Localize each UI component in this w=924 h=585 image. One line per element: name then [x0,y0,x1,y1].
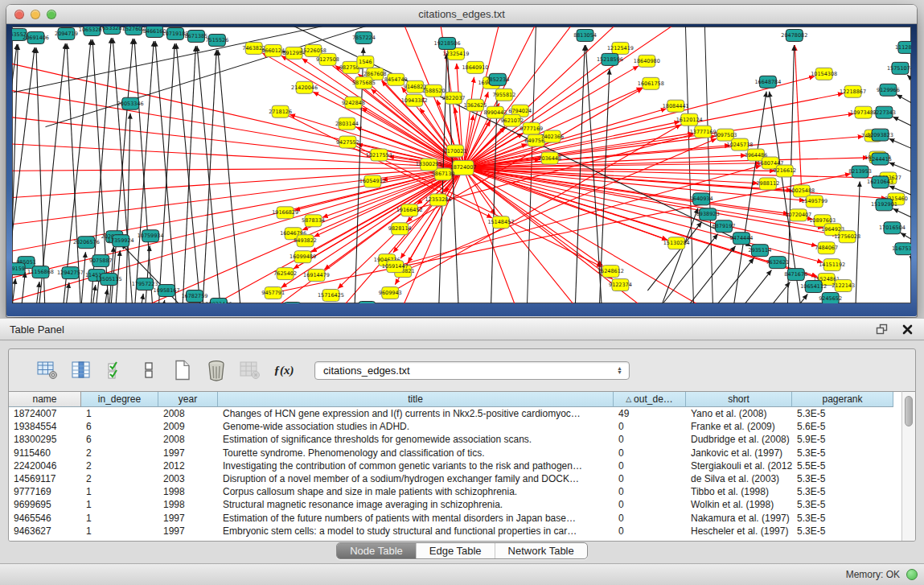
graph-node-unselected[interactable]: 1527602 [122,27,146,35]
graph-node-unselected[interactable]: 12942757 [57,267,84,279]
function-builder-button[interactable]: ƒ(x) [273,359,295,381]
table-row[interactable]: 1456911722003Disruption of a novel membe… [9,472,901,485]
tab-edge-table[interactable]: Edge Table [417,543,495,558]
select-all-button[interactable] [104,359,126,381]
graph-node-selected[interactable]: 9457791 [261,287,285,299]
graph-node-selected[interactable]: 5875685 [352,76,376,89]
column-header-in_degree[interactable]: in_degree [81,392,158,407]
graph-node-selected[interactable]: 10720407 [785,209,811,221]
graph-node-unselected[interactable]: 9227343 [873,106,896,118]
graph-node-unselected[interactable]: 1640934 [690,193,713,205]
close-panel-icon[interactable] [898,322,916,336]
graph-node-selected[interactable]: 2122143 [832,280,855,292]
network-canvas[interactable]: 1872400774638229660124891295415226058912… [12,27,911,303]
graph-node-unselected[interactable]: 16533287 [99,27,125,34]
graph-node-selected[interactable]: 5493822 [294,235,317,247]
column-header-title[interactable]: title [218,392,614,407]
new-table-button[interactable] [171,359,194,381]
graph-node-unselected[interactable]: 1167533 [892,243,911,255]
graph-node-unselected[interactable]: 8813054 [573,29,597,41]
graph-node-selected[interactable]: 7955812 [492,89,515,101]
graph-node-unselected[interactable]: 7857224 [352,31,376,43]
graph-node-unselected[interactable]: 15751074 [887,62,911,74]
graph-node-selected[interactable]: 9122374 [609,279,632,291]
column-header-out_degree[interactable]: △out_de… [614,392,686,407]
graph-node-unselected[interactable]: 8471676 [784,269,807,281]
graph-node-selected[interactable]: 16054932 [359,175,386,187]
column-header-short[interactable]: short [686,392,792,407]
table-row[interactable]: 969969511998Structural magnetic resonanc… [9,498,901,511]
graph-node-selected[interactable]: 2988112 [756,178,779,190]
column-header-pagerank[interactable]: pagerank [792,392,893,407]
graph-node-unselected[interactable]: 7632621 [766,257,789,269]
graph-node-selected[interactable]: 18640910 [462,61,488,73]
graph-node-unselected[interactable]: 6879197 [713,220,736,233]
graph-node-unselected[interactable]: 9075887 [89,255,113,267]
table-row[interactable]: 911546021997Tourette syndrome. Phenomeno… [9,447,901,459]
graph-node-selected[interactable]: 15130284 [663,237,690,249]
graph-node-selected[interactable]: 9777169 [519,122,543,134]
graph-node-unselected[interactable]: 9245652 [819,293,842,303]
network-canvas-svg[interactable]: 1872400774638229660124891295415226058912… [12,27,911,303]
table-source-select[interactable]: citations_edges.txt ▲▼ [314,361,630,380]
graph-node-selected[interactable]: 10154308 [811,68,837,80]
graph-node-selected[interactable]: 2803144 [335,117,359,130]
graph-node-unselected[interactable]: 17016504 [879,222,906,234]
graph-node-selected[interactable]: 9660124 [261,44,285,56]
graph-node-selected[interactable]: 9146821 [404,80,427,93]
graph-node-unselected[interactable]: 20053346 [117,97,144,109]
table-row[interactable]: 977716911998Corpus callosum shape and si… [9,485,901,498]
graph-node-selected[interactable]: 9127508 [316,53,339,65]
table-row[interactable]: 2242004622012Investigating the contribut… [9,459,901,472]
float-panel-icon[interactable] [873,322,890,336]
graph-node-unselected[interactable]: 9129966 [877,84,900,96]
graph-node-selected[interactable]: 2718126 [269,105,292,117]
column-settings-button[interactable] [36,359,59,381]
graph-node-selected[interactable]: 12218867 [840,85,866,97]
graph-node-unselected[interactable]: 1112843 [895,41,911,53]
table-row[interactable]: 1938455462009Genome-wide association stu… [9,420,901,433]
graph-node-unselected[interactable]: 7515526 [205,34,228,46]
graph-node-unselected[interactable]: 8938923 [696,208,720,220]
column-header-year[interactable]: year [158,392,218,407]
tab-network-table[interactable]: Network Table [495,543,587,558]
show-column-button[interactable] [70,359,92,381]
column-header-name[interactable]: name [9,392,81,407]
graph-node-selected[interactable]: 8170023 [444,145,467,157]
graph-node-selected[interactable]: 16914479 [303,270,330,282]
delete-trash-button[interactable] [205,359,228,381]
window-titlebar[interactable]: citations_edges.txt [6,5,917,24]
graph-node-selected[interactable]: 9828114 [388,223,412,235]
graph-node-selected[interactable]: 12125419 [607,42,634,54]
graph-node-selected[interactable]: 15716425 [318,290,344,302]
graph-node-selected[interactable]: 14151192 [819,259,845,271]
table-row[interactable]: 946554611997Estimation of the future num… [9,512,901,525]
graph-node-unselected[interactable]: 2094719 [55,27,78,39]
graph-node-selected[interactable]: 5878334 [302,215,325,227]
graph-node-selected[interactable]: 9427552 [336,136,359,148]
graph-node-unselected[interactable]: 7852234 [486,73,509,85]
graph-node-selected[interactable]: 9242848 [342,97,365,109]
graph-node-selected[interactable]: 7484067 [815,242,838,254]
graph-node-unselected[interactable]: 10759934 [138,230,164,242]
graph-node-unselected[interactable]: 39159 [12,263,25,275]
graph-node-selected[interactable]: 2036448 [538,152,561,164]
graph-node-unselected[interactable]: 20478082 [781,29,807,41]
graph-node-unselected[interactable]: 12023948 [279,303,306,303]
graph-node-unselected[interactable]: 12923446 [205,299,232,303]
graph-node-unselected[interactable]: 2935114 [749,245,772,257]
graph-node-selected[interactable]: 18640980 [634,55,660,67]
scrollbar-thumb[interactable] [905,396,913,426]
graph-node-selected[interactable]: 9609943 [379,287,402,299]
unselect-rows-button[interactable] [138,359,160,381]
graph-node-selected[interactable]: 9216612 [773,165,796,177]
graph-node-unselected[interactable]: 8671385 [185,30,208,42]
table-vertical-scrollbar[interactable] [901,391,915,541]
table-row[interactable]: 1872400712008Changes of HCN gene express… [9,407,901,420]
tab-node-table[interactable]: Node Table [337,543,417,558]
graph-node-unselected[interactable]: 1244415 [869,153,892,165]
table-row[interactable]: 946362711997Embryonic stem cells: a mode… [9,525,901,538]
graph-node-selected[interactable]: 1546 [357,56,374,68]
table-row[interactable]: 1830029562008Estimation of significance … [9,433,901,446]
graph-node-unselected[interactable]: 9474444 [730,233,754,245]
